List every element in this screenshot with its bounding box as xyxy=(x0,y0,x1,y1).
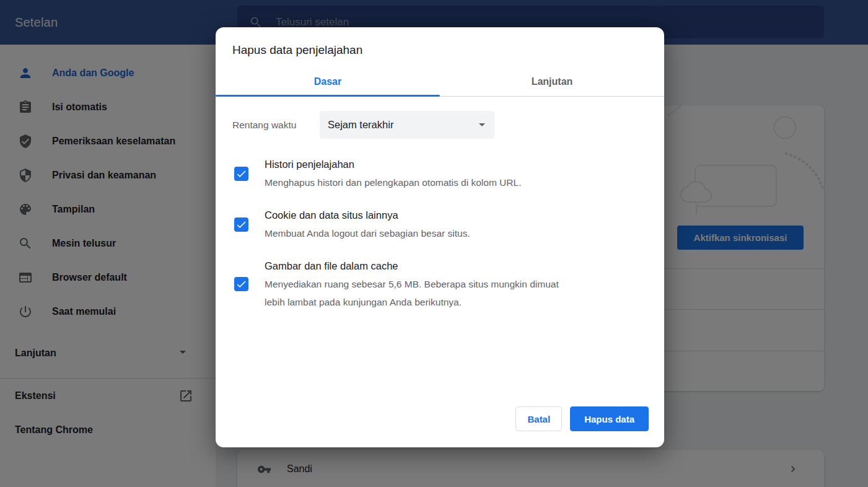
time-range-value: Sejam terakhir xyxy=(328,119,393,131)
checkbox-title: Histori penjelajahan xyxy=(265,156,577,173)
clear-data-button[interactable]: Hapus data xyxy=(570,406,649,431)
clear-browsing-data-dialog: Hapus data penjelajahan Dasar Lanjutan R… xyxy=(216,27,664,447)
settings-page: Setelan Anda dan Google Isi otomatis Pem… xyxy=(0,0,868,487)
checkbox-row-cookies: Cookie dan data situs lainnya Membuat An… xyxy=(232,206,647,242)
time-range-select[interactable]: Sejam terakhir xyxy=(320,111,494,139)
checkbox-description: Menghapus histori dan pelengkapan otomat… xyxy=(265,173,577,191)
tab-dasar[interactable]: Dasar xyxy=(216,67,440,96)
dialog-body: Rentang waktu Sejam terakhir Histori pen… xyxy=(216,97,664,311)
dropdown-caret-icon xyxy=(475,117,489,134)
tab-label: Dasar xyxy=(314,76,341,87)
tab-lanjutan[interactable]: Lanjutan xyxy=(440,67,664,96)
dialog-footer: Batal Hapus data xyxy=(515,406,649,431)
browsing-history-checkbox[interactable] xyxy=(234,167,248,181)
cookies-checkbox[interactable] xyxy=(234,217,248,232)
dialog-tabs: Dasar Lanjutan xyxy=(216,67,664,97)
dialog-title: Hapus data penjelajahan xyxy=(216,27,664,57)
checkbox-row-cache: Gambar dan file dalam cache Menyediakan … xyxy=(232,257,647,311)
time-range-row: Rentang waktu Sejam terakhir xyxy=(232,111,647,139)
tab-label: Lanjutan xyxy=(532,76,573,87)
checkbox-row-history: Histori penjelajahan Menghapus histori d… xyxy=(232,156,647,191)
cached-files-checkbox[interactable] xyxy=(234,277,248,291)
checkmark-icon xyxy=(235,278,247,290)
checkbox-description: Membuat Anda logout dari sebagian besar … xyxy=(265,224,577,242)
checkbox-title: Gambar dan file dalam cache xyxy=(265,257,577,275)
time-range-label: Rentang waktu xyxy=(232,120,320,131)
cancel-button[interactable]: Batal xyxy=(515,406,562,431)
checkbox-title: Cookie dan data situs lainnya xyxy=(265,206,577,224)
checkmark-icon xyxy=(235,168,247,180)
checkmark-icon xyxy=(235,219,247,230)
checkbox-description: Menyediakan ruang sebesar 5,6 MB. Bebera… xyxy=(265,275,577,311)
